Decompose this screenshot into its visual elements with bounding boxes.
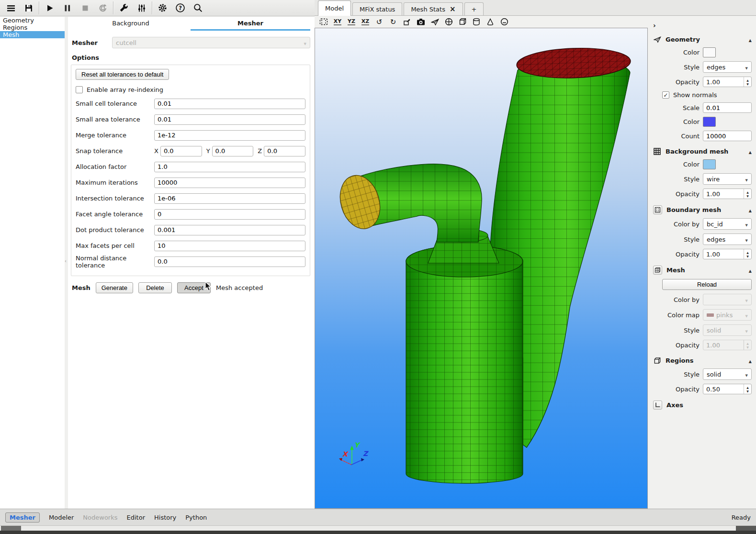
build-mesher-button[interactable] (115, 1, 133, 15)
mesh-color-map-value: pinks (716, 312, 745, 319)
small-area-tolerance-input[interactable] (154, 114, 305, 125)
spin-arrows[interactable] (744, 189, 751, 199)
tab-mesher[interactable]: Mesher (191, 18, 310, 31)
rotate-left-button[interactable]: ↺ (374, 17, 384, 27)
section-regions-header[interactable]: Regions (648, 356, 756, 365)
toggle-geometry-button[interactable] (429, 17, 440, 27)
max-facets-per-cell-input[interactable] (154, 241, 305, 251)
help-button[interactable]: ? (171, 1, 189, 15)
generate-mesh-button[interactable]: Generate (96, 282, 133, 293)
tab-model[interactable]: Model (318, 0, 351, 16)
toggle-mesh-button[interactable] (471, 17, 482, 27)
count-label: Count (662, 133, 700, 140)
section-background-mesh: Background mesh Color Style wire Opacity… (648, 147, 756, 199)
tab-background[interactable]: Background (71, 18, 191, 31)
spin-arrows[interactable] (744, 384, 751, 394)
geometry-color-swatch[interactable] (703, 47, 716, 57)
mode-editor-button[interactable]: Editor (127, 514, 145, 521)
tab-mfix-status[interactable]: MFiX status (352, 2, 402, 15)
screenshot-button[interactable] (416, 17, 426, 27)
nav-item-regions[interactable]: Regions (0, 24, 65, 31)
new-tab-button[interactable]: + (464, 2, 484, 15)
view-yz-button[interactable]: YZ (346, 17, 357, 27)
accept-mesh-button[interactable]: Accept (177, 282, 211, 293)
small-cell-tolerance-input[interactable] (154, 99, 305, 109)
toggle-regions-button[interactable] (457, 17, 468, 27)
perspective-button[interactable] (402, 17, 412, 27)
stop-button[interactable] (76, 1, 94, 15)
section-boundary-mesh-header[interactable]: Boundary mesh (648, 205, 756, 214)
collapse-section-icon[interactable] (749, 206, 752, 213)
section-background-mesh-header[interactable]: Background mesh (648, 147, 756, 156)
nav-item-geometry[interactable]: Geometry (0, 17, 65, 24)
cube-icon (459, 18, 467, 26)
background-mesh-opacity-spinbox[interactable]: 1.00 (703, 189, 752, 199)
reset-tolerances-button[interactable]: Reset all tolerances to default (76, 69, 169, 80)
mode-python-button[interactable]: Python (185, 514, 207, 521)
chevron-down-icon (745, 371, 748, 378)
menu-button[interactable] (2, 1, 20, 15)
parameters-button[interactable] (133, 1, 150, 15)
regions-opacity-spinbox[interactable]: 0.50 (703, 384, 752, 394)
allocation-factor-input[interactable] (154, 162, 305, 172)
snap-tolerance-y-input[interactable] (212, 146, 254, 156)
view-xy-button[interactable]: XY (332, 17, 343, 27)
mode-modeler-button[interactable]: Modeler (49, 514, 74, 521)
reset-button[interactable] (94, 1, 112, 15)
vtk-viewport[interactable]: X Y Z (315, 28, 648, 509)
fit-view-button[interactable] (318, 17, 329, 27)
show-normals-checkbox[interactable] (662, 91, 669, 99)
collapse-section-icon[interactable] (749, 148, 752, 155)
snap-tolerance-x-input[interactable] (160, 146, 202, 156)
boundary-mesh-color-by-select[interactable]: bc_id (703, 218, 752, 230)
run-button[interactable] (41, 1, 58, 15)
background-mesh-style-select[interactable]: wire (703, 173, 752, 185)
boundary-mesh-style-select[interactable]: edges (703, 234, 752, 245)
collapse-sidebar-button[interactable]: › (653, 22, 661, 29)
dot-product-tolerance-input[interactable] (154, 225, 305, 235)
geometry-opacity-spinbox[interactable]: 1.00 (703, 77, 752, 87)
snap-tolerance-z-input[interactable] (264, 146, 305, 156)
delete-mesh-button[interactable]: Delete (138, 282, 172, 293)
enable-array-reindexing-checkbox[interactable] (76, 86, 83, 93)
boundary-mesh-opacity-spinbox[interactable]: 1.00 (703, 249, 752, 259)
intersection-tolerance-input[interactable] (154, 193, 305, 204)
pause-button[interactable] (58, 1, 76, 15)
geometry-visibility-icon (431, 18, 439, 26)
toggle-background-mesh-button[interactable] (443, 17, 454, 27)
panel-splitter[interactable]: ‹ (65, 17, 68, 509)
mode-mesher-button[interactable]: Mesher (5, 512, 40, 523)
regions-style-select[interactable]: solid (703, 368, 752, 380)
background-mesh-color-swatch[interactable] (703, 159, 716, 169)
mesher-select-value: cutcell (116, 39, 304, 46)
geometry-style-select[interactable]: edges (703, 61, 752, 73)
save-button[interactable] (20, 1, 37, 15)
reload-mesh-button[interactable]: Reload (662, 279, 752, 290)
mode-history-button[interactable]: History (154, 514, 176, 521)
spin-arrows[interactable] (744, 249, 751, 259)
collapse-section-icon[interactable] (749, 267, 752, 274)
settings-button[interactable] (154, 1, 171, 15)
section-axes-header[interactable]: Axes (648, 400, 756, 410)
close-tab-icon[interactable]: × (450, 6, 456, 13)
section-mesh-header[interactable]: Mesh (648, 266, 756, 275)
normal-distance-tolerance-input[interactable] (154, 256, 305, 267)
section-geometry-header[interactable]: Geometry (648, 35, 756, 44)
view-xz-button[interactable]: XZ (360, 17, 371, 27)
spin-arrows[interactable] (744, 77, 751, 87)
toggle-clip-button[interactable] (499, 17, 509, 27)
toggle-cone-button[interactable] (485, 17, 496, 27)
search-button[interactable] (189, 1, 207, 15)
collapse-section-icon[interactable] (749, 36, 752, 43)
normals-scale-input[interactable] (703, 102, 752, 113)
normals-color-swatch[interactable] (703, 117, 716, 127)
chevron-down-icon (745, 327, 748, 334)
tab-mesh-stats[interactable]: Mesh Stats × (404, 2, 463, 15)
rotate-right-button[interactable]: ↻ (388, 17, 398, 27)
collapse-section-icon[interactable] (749, 357, 752, 364)
merge-tolerance-input[interactable] (154, 130, 305, 141)
normals-count-input[interactable] (703, 131, 752, 141)
maximum-iterations-input[interactable] (154, 178, 305, 188)
nav-item-mesh[interactable]: Mesh (0, 31, 65, 38)
facet-angle-tolerance-input[interactable] (154, 209, 305, 220)
